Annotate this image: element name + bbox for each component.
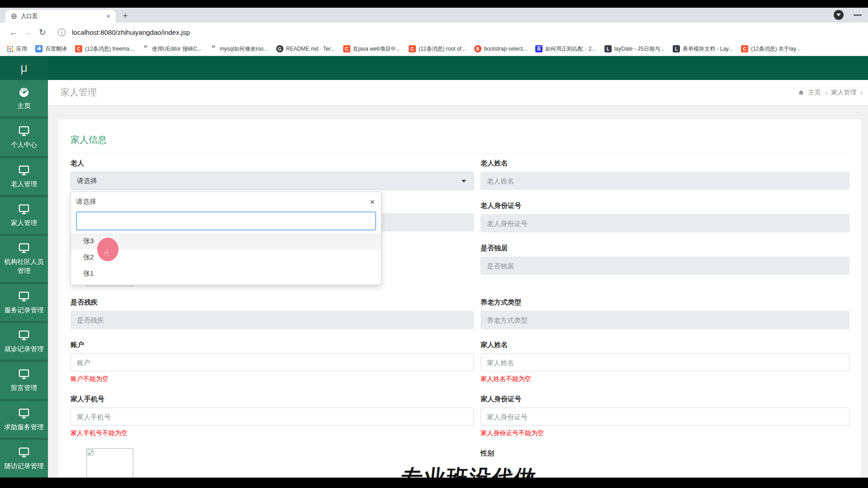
bookmark-item[interactable]: 如何用正则匹配：2... — [535, 45, 596, 53]
bookmarks-bar: 应用 百度翻译 (12条消息) freema... 使用UEditor 报错C.… — [0, 42, 868, 56]
tab-close-icon[interactable] — [105, 13, 112, 20]
elder-name-input — [481, 172, 849, 190]
quote-icon — [210, 45, 217, 52]
apps-grid-icon — [6, 45, 14, 52]
dropdown-close-icon[interactable] — [370, 199, 375, 205]
reload-icon[interactable] — [35, 27, 50, 38]
broken-image-icon — [88, 450, 94, 456]
dwell-alone-input — [481, 257, 849, 275]
baidu-translate-icon — [35, 45, 42, 52]
sidebar-item-followup-records[interactable]: 随访记录管理 — [0, 440, 48, 477]
account-input[interactable] — [71, 353, 474, 371]
hand-cursor-icon — [103, 247, 110, 259]
csdn-icon — [75, 45, 82, 52]
browser-window: 入口页 localhost:8080/zhihuiyangdao/index.j… — [0, 8, 868, 478]
bookmark-item[interactable]: (12条消息) freema... — [75, 45, 134, 53]
sidebar-item-org-community-staff[interactable]: 机构社区人员管理 — [0, 236, 48, 282]
browser-tab[interactable]: 入口页 — [5, 10, 116, 23]
page-title: 家人管理 — [61, 86, 97, 99]
csdn-icon — [343, 45, 350, 52]
new-tab-button[interactable] — [119, 10, 131, 22]
sidebar-item-medical-records[interactable]: 就诊记录管理 — [0, 323, 48, 360]
bookmark-item[interactable]: mysql如何修改roo... — [210, 45, 268, 53]
sidebar-item-home[interactable]: 主页 — [0, 80, 48, 117]
sidebar-item-service-records[interactable]: 服务记录管理 — [0, 284, 48, 321]
field-label-family-id: 家人身份证号 — [481, 395, 849, 404]
chevron-right-icon — [860, 89, 863, 96]
monitor-icon — [17, 203, 31, 215]
bookmark-item[interactable]: 使用UEditor 报错C... — [142, 45, 202, 53]
github-icon — [276, 45, 283, 52]
baidu-icon — [535, 45, 542, 52]
monitor-icon — [17, 407, 31, 419]
monitor-icon — [17, 446, 31, 458]
browser-chevron-menu-icon[interactable] — [834, 10, 844, 20]
bookmark-item[interactable]: 表单模块文档 - Lay... — [673, 45, 733, 53]
screen: 入口页 localhost:8080/zhihuiyangdao/index.j… — [0, 0, 868, 488]
csdn-icon — [741, 45, 748, 52]
app-topbar — [48, 56, 868, 80]
breadcrumb: 主页 家人管理 — [798, 89, 863, 97]
elder-select-value: 请选择 — [77, 177, 462, 185]
sidebar-item-family-management[interactable]: 家人管理 — [0, 197, 48, 234]
sidebar-item-personal-center[interactable]: 个人中心 — [0, 119, 48, 155]
photo-preview-box[interactable] — [86, 448, 133, 478]
home-icon — [798, 89, 804, 96]
page-info-icon[interactable] — [58, 28, 66, 36]
bookmark-apps[interactable]: 应用 — [6, 45, 27, 53]
family-name-input[interactable] — [481, 353, 849, 371]
caret-down-icon — [462, 180, 466, 185]
bookmark-item[interactable]: (12条消息) root of... — [409, 45, 466, 53]
monitor-icon — [17, 329, 31, 341]
browser-tab-bar: 入口页 — [0, 8, 868, 23]
csdn-icon — [409, 45, 416, 52]
breadcrumb-current[interactable]: 家人管理 — [831, 89, 856, 97]
letterbox-bottom — [0, 478, 868, 488]
back-icon[interactable] — [6, 28, 21, 38]
chevron-right-icon — [825, 89, 827, 96]
elder-id-input — [481, 214, 849, 232]
monitor-icon — [17, 164, 31, 176]
field-label-disability: 是否残疾 — [71, 298, 474, 307]
minimize-window-icon[interactable] — [854, 14, 862, 16]
field-label-elder-name: 老人姓名 — [481, 159, 849, 168]
bookmark-item[interactable]: bootstrap-select... — [474, 45, 527, 52]
field-label-pension-type: 养老方式类型 — [481, 298, 849, 307]
bookmark-item[interactable]: (12条消息) 关于lay... — [741, 45, 800, 53]
account-error: 账户不能为空 — [71, 375, 474, 383]
field-label-family-phone: 家人手机号 — [71, 395, 474, 404]
bookmark-item[interactable]: README.md · Ter... — [276, 45, 335, 52]
field-label-elder-id: 老人身份证号 — [481, 202, 849, 210]
monitor-icon — [17, 290, 31, 302]
family-name-error: 家人姓名不能为空 — [481, 375, 849, 383]
pension-type-input — [481, 311, 849, 329]
elder-dropdown: 请选择 张3 张2 张1 — [71, 192, 382, 285]
family-id-input[interactable] — [481, 408, 849, 426]
breadcrumb-home[interactable]: 主页 — [808, 89, 821, 97]
sidebar: μ 主页 个人中心 老人管理 家人管理 — [0, 56, 48, 478]
gauge-icon — [17, 86, 31, 98]
page-header: 家人管理 主页 家人管理 — [48, 80, 868, 105]
section-title: 家人信息 — [71, 134, 849, 154]
family-phone-input[interactable] — [71, 408, 474, 426]
address-bar[interactable]: localhost:8080/zhihuiyangdao/index.jsp — [72, 28, 190, 36]
app-logo: μ — [0, 56, 48, 80]
sidebar-item-message-management[interactable]: 留言管理 — [0, 362, 48, 399]
bookmark-item[interactable]: layDate - JS日期与... — [604, 45, 665, 53]
sidebar-item-help-service[interactable]: 求助服务管理 — [0, 401, 48, 438]
sidebar-item-elder-management[interactable]: 老人管理 — [0, 158, 48, 195]
family-id-error: 家人身份证号不能为空 — [481, 429, 849, 437]
bookmark-item[interactable]: 在java web项目中... — [343, 45, 401, 53]
bookmark-item[interactable]: 百度翻译 — [35, 45, 67, 53]
family-phone-error: 家人手机号不能为空 — [71, 429, 474, 437]
layui-icon — [673, 45, 680, 52]
dropdown-option[interactable]: 张1 — [71, 266, 381, 282]
elder-select[interactable]: 请选择 — [71, 172, 474, 190]
browser-toolbar: localhost:8080/zhihuiyangdao/index.jsp — [0, 23, 868, 42]
dropdown-search-input[interactable] — [76, 211, 376, 230]
field-label-account: 账户 — [71, 341, 474, 349]
disability-input — [71, 311, 474, 329]
family-info-card: 家人信息 老人 请选择 — [57, 119, 862, 478]
field-label-elder: 老人 — [71, 159, 474, 168]
bootstrap-icon — [474, 45, 481, 52]
